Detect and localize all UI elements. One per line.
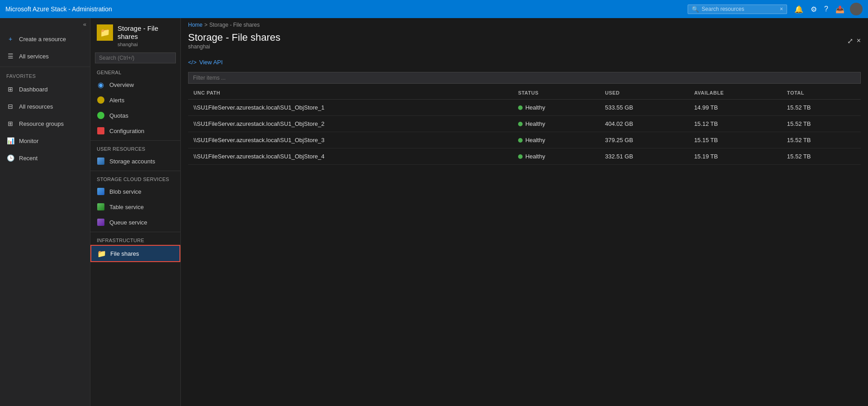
quotas-icon <box>97 111 105 119</box>
table-service-label: Table service <box>109 204 144 210</box>
help-icon[interactable]: ? <box>822 3 830 15</box>
favorites-section-label: FAVORITES <box>0 69 90 81</box>
status-text-2: Healthy <box>525 137 545 143</box>
cell-unc-path-2: \\SU1FileServer.azurestack.local\SU1_Obj… <box>188 132 513 148</box>
sidebar-item-dashboard[interactable]: ⊞ Dashboard <box>0 81 90 98</box>
sidebar-item-resource-groups[interactable]: ⊞ Resource groups <box>0 115 90 132</box>
close-search-icon[interactable]: × <box>780 6 783 12</box>
status-dot-1 <box>518 122 523 126</box>
sidebar: « + Create a resource ☰ All services FAV… <box>0 18 90 406</box>
all-resources-icon: ⊟ <box>6 102 14 110</box>
rp-item-file-shares[interactable]: 📁 File shares <box>90 245 180 262</box>
view-api-label: View API <box>199 59 223 66</box>
breadcrumb: Home > Storage - File shares <box>181 18 868 32</box>
status-text-1: Healthy <box>525 120 545 127</box>
content-title-area: Storage - File shares shanghai <box>188 32 280 50</box>
resource-groups-label: Resource groups <box>19 120 64 127</box>
table-row[interactable]: \\SU1FileServer.azurestack.local\SU1_Obj… <box>188 100 861 116</box>
file-shares-label: File shares <box>110 250 139 257</box>
sidebar-item-monitor[interactable]: 📊 Monitor <box>0 132 90 149</box>
table-row[interactable]: \\SU1FileServer.azurestack.local\SU1_Obj… <box>188 132 861 148</box>
rp-divider-2 <box>90 171 180 171</box>
sidebar-divider <box>0 67 90 67</box>
rp-item-queue-service[interactable]: Queue service <box>90 215 180 230</box>
cell-available-0: 14.99 TB <box>689 100 781 116</box>
table-header: UNC PATH STATUS USED AVAILABLE TOTAL <box>188 86 861 100</box>
filter-bar[interactable] <box>181 69 868 86</box>
configuration-label: Configuration <box>109 128 144 134</box>
recent-icon: 🕒 <box>6 154 14 162</box>
view-api-button[interactable]: </> View API <box>188 59 223 66</box>
main-layout: « + Create a resource ☰ All services FAV… <box>0 18 868 406</box>
table-body: \\SU1FileServer.azurestack.local\SU1_Obj… <box>188 100 861 165</box>
rp-item-table-service[interactable]: Table service <box>90 199 180 215</box>
blob-service-label: Blob service <box>109 188 142 195</box>
app-title: Microsoft Azure Stack - Administration <box>5 5 688 13</box>
cell-status-2: Healthy <box>513 132 599 148</box>
cell-total-0: 15.52 TB <box>782 100 861 116</box>
all-services-icon: ☰ <box>6 52 14 60</box>
dashboard-label: Dashboard <box>19 86 48 93</box>
resource-panel-title-area: Storage - File shares shanghai <box>118 24 174 47</box>
cell-unc-path-3: \\SU1FileServer.azurestack.local\SU1_Obj… <box>188 148 513 165</box>
resource-panel: 📁 Storage - File shares shanghai GENERAL… <box>90 18 181 406</box>
sidebar-item-all-services[interactable]: ☰ All services <box>0 48 90 65</box>
breadcrumb-current: Storage - File shares <box>209 22 259 28</box>
search-input[interactable] <box>702 6 780 12</box>
cell-total-3: 15.52 TB <box>782 148 861 165</box>
cell-unc-path-0: \\SU1FileServer.azurestack.local\SU1_Obj… <box>188 100 513 116</box>
table-row[interactable]: \\SU1FileServer.azurestack.local\SU1_Obj… <box>188 148 861 165</box>
col-total: TOTAL <box>782 86 861 100</box>
rp-item-storage-accounts[interactable]: Storage accounts <box>90 153 180 169</box>
status-dot-0 <box>518 105 523 110</box>
rp-item-alerts[interactable]: Alerts <box>90 92 180 108</box>
recent-label: Recent <box>19 155 38 162</box>
col-status: STATUS <box>513 86 599 100</box>
monitor-icon: 📊 <box>6 137 14 145</box>
overview-label: Overview <box>109 81 134 88</box>
search-icon: 🔍 <box>692 6 699 13</box>
filter-input[interactable] <box>188 72 861 84</box>
breadcrumb-separator: > <box>204 22 208 28</box>
alerts-label: Alerts <box>109 97 124 104</box>
notifications-icon[interactable]: 🔔 <box>793 3 805 15</box>
collapse-button[interactable]: « <box>0 18 90 30</box>
main-content: Home > Storage - File shares Storage - F… <box>181 18 868 406</box>
sidebar-item-create-resource[interactable]: + Create a resource <box>0 30 90 48</box>
blob-service-icon <box>97 187 105 196</box>
file-shares-table: UNC PATH STATUS USED AVAILABLE TOTAL \\S… <box>188 86 861 165</box>
resource-panel-folder-icon: 📁 <box>97 24 113 41</box>
table-service-icon <box>97 203 105 211</box>
cell-used-0: 533.55 GB <box>599 100 689 116</box>
search-bar[interactable]: 🔍 × <box>688 5 787 14</box>
window-controls: ⤢ × <box>847 37 861 45</box>
settings-icon[interactable]: ⚙ <box>809 3 819 15</box>
rp-item-blob-service[interactable]: Blob service <box>90 184 180 199</box>
rp-divider-1 <box>90 140 180 141</box>
status-dot-2 <box>518 138 523 143</box>
expand-window-button[interactable]: ⤢ <box>847 37 853 45</box>
storage-accounts-label: Storage accounts <box>109 158 155 165</box>
queue-service-label: Queue service <box>109 219 147 226</box>
resource-panel-header: 📁 Storage - File shares shanghai <box>90 18 180 50</box>
feedback-icon[interactable]: 📤 <box>834 3 846 15</box>
resource-panel-search[interactable] <box>90 50 180 66</box>
sidebar-item-all-resources[interactable]: ⊟ All resources <box>0 98 90 115</box>
rp-item-quotas[interactable]: Quotas <box>90 108 180 123</box>
status-text-0: Healthy <box>525 104 545 111</box>
rp-item-configuration[interactable]: Configuration <box>90 123 180 139</box>
cell-used-1: 404.02 GB <box>599 116 689 132</box>
resource-search-input[interactable] <box>95 53 176 63</box>
avatar[interactable] <box>850 3 863 15</box>
status-dot-3 <box>518 154 523 159</box>
breadcrumb-home[interactable]: Home <box>188 22 203 28</box>
rp-item-overview[interactable]: ◉ Overview <box>90 77 180 92</box>
file-shares-table-container: UNC PATH STATUS USED AVAILABLE TOTAL \\S… <box>181 86 868 406</box>
alerts-icon <box>97 96 105 104</box>
status-text-3: Healthy <box>525 153 545 160</box>
col-used: USED <box>599 86 689 100</box>
user-resources-section-label: USER RESOURCES <box>90 143 180 153</box>
sidebar-item-recent[interactable]: 🕒 Recent <box>0 149 90 167</box>
table-row[interactable]: \\SU1FileServer.azurestack.local\SU1_Obj… <box>188 116 861 132</box>
close-window-button[interactable]: × <box>857 37 861 45</box>
